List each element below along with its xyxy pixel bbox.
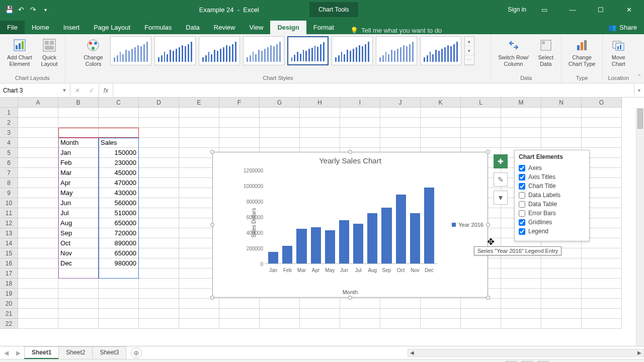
chart-bar[interactable] [424, 188, 434, 263]
cell[interactable] [139, 148, 179, 158]
tell-me-box[interactable]: 💡Tell me what you want to do [341, 27, 442, 34]
column-header[interactable]: L [461, 98, 501, 108]
resize-handle[interactable] [210, 296, 214, 300]
cell[interactable] [58, 289, 99, 299]
cell[interactable] [260, 319, 300, 329]
chart-element-option[interactable]: Legend [519, 227, 585, 236]
chart-element-checkbox[interactable] [519, 183, 525, 190]
cell[interactable] [260, 299, 300, 309]
switch-row-column-button[interactable]: Switch Row/ Column [496, 36, 531, 68]
vertical-scrollbar[interactable] [636, 108, 644, 346]
cell[interactable] [18, 309, 58, 319]
cell[interactable]: 470000 [99, 178, 139, 188]
row-header[interactable]: 4 [0, 138, 18, 148]
row-header[interactable]: 16 [0, 258, 18, 268]
cell[interactable] [18, 208, 58, 218]
cell[interactable] [300, 108, 340, 118]
cell[interactable] [99, 268, 139, 279]
cell[interactable] [380, 299, 421, 309]
cell[interactable] [541, 128, 582, 138]
chart-style-thumb[interactable] [287, 36, 329, 65]
tab-format[interactable]: Format [306, 21, 341, 34]
chart-element-option[interactable]: Chart Title [519, 182, 585, 191]
cell[interactable] [18, 268, 58, 279]
tab-review[interactable]: Review [207, 21, 243, 34]
cell[interactable] [179, 138, 219, 148]
cell[interactable] [18, 178, 58, 188]
tab-view[interactable]: View [242, 21, 270, 34]
cell[interactable] [18, 158, 58, 168]
cell[interactable] [18, 198, 58, 208]
chart-styles-gallery[interactable]: ▴▾⋯ [110, 36, 474, 65]
cell[interactable]: Aug [58, 218, 99, 228]
cell[interactable] [582, 128, 622, 138]
cell[interactable] [300, 118, 340, 128]
cell[interactable] [99, 118, 139, 128]
column-header[interactable]: J [380, 98, 421, 108]
chart-bar[interactable] [282, 246, 292, 263]
select-all-corner[interactable] [0, 98, 18, 108]
cell[interactable]: 510000 [99, 208, 139, 218]
cell[interactable] [18, 138, 58, 148]
cell[interactable] [260, 138, 300, 148]
cell[interactable]: 450000 [99, 168, 139, 178]
cell[interactable] [541, 118, 582, 128]
chart-bar[interactable] [325, 230, 335, 263]
cell[interactable] [461, 138, 501, 148]
chart-element-checkbox[interactable] [519, 174, 525, 180]
chart-title[interactable]: Yearly Sales Chart [213, 152, 488, 167]
chart-element-checkbox[interactable] [519, 219, 525, 226]
chart-styles-button[interactable]: ✎ [494, 172, 508, 187]
chart-style-thumb[interactable] [154, 36, 196, 65]
column-header[interactable]: I [340, 98, 380, 108]
chart-style-thumb[interactable] [376, 36, 417, 65]
cell[interactable] [139, 198, 179, 208]
cell[interactable] [421, 309, 461, 319]
move-chart-button[interactable]: Move Chart [608, 36, 628, 68]
cell[interactable] [300, 299, 340, 309]
cell[interactable] [99, 128, 139, 138]
cell[interactable] [541, 299, 582, 309]
cell[interactable] [461, 309, 501, 319]
cell[interactable] [18, 188, 58, 198]
chart-bar[interactable] [353, 224, 363, 263]
new-sheet-button[interactable]: ⊕ [131, 347, 142, 358]
cell[interactable] [139, 299, 179, 309]
cell[interactable] [139, 208, 179, 218]
cell[interactable] [340, 128, 380, 138]
chart-element-option[interactable]: Axes [519, 163, 585, 172]
cell[interactable] [99, 299, 139, 309]
cell[interactable] [18, 128, 58, 138]
cell[interactable] [541, 108, 582, 118]
cell[interactable]: Jun [58, 198, 99, 208]
cell[interactable] [18, 228, 58, 238]
cell[interactable] [219, 118, 260, 128]
chart-style-thumb[interactable] [243, 36, 284, 65]
chart-style-thumb[interactable] [110, 36, 151, 65]
cell[interactable] [380, 128, 421, 138]
cell[interactable] [99, 309, 139, 319]
chart-element-checkbox[interactable] [519, 192, 525, 199]
ribbon-display-options-icon[interactable]: ▭ [534, 0, 554, 19]
resize-handle[interactable] [348, 296, 352, 300]
chart-filters-button[interactable]: ▼ [494, 191, 508, 205]
cell[interactable] [219, 138, 260, 148]
row-header[interactable]: 22 [0, 319, 18, 329]
chart-legend[interactable]: Year 2016 [452, 222, 484, 228]
cell[interactable] [139, 108, 179, 118]
cell[interactable] [58, 118, 99, 128]
cell[interactable] [421, 319, 461, 329]
cell[interactable] [179, 118, 219, 128]
cell[interactable] [380, 108, 421, 118]
cell[interactable] [380, 309, 421, 319]
row-header[interactable]: 11 [0, 208, 18, 218]
cell[interactable] [421, 128, 461, 138]
chart-element-option[interactable]: Error Bars [519, 209, 585, 218]
gallery-scroll[interactable]: ⋯ [465, 55, 474, 65]
row-header[interactable]: 1 [0, 108, 18, 118]
chart-bar[interactable] [396, 195, 406, 263]
chart-bar[interactable] [311, 227, 321, 263]
cell[interactable] [501, 309, 541, 319]
chart-element-checkbox[interactable] [519, 228, 525, 235]
cell[interactable]: 230000 [99, 158, 139, 168]
